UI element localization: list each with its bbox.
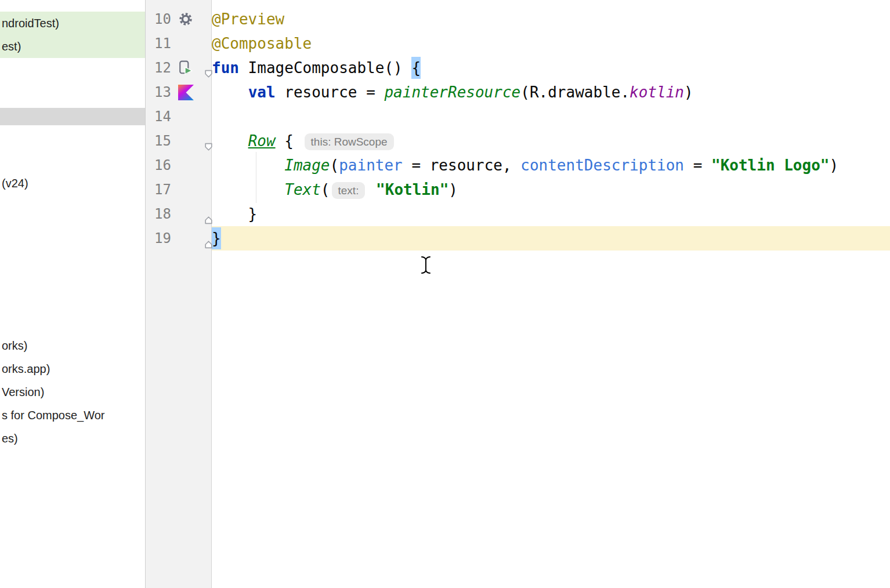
code-token: ( — [321, 181, 330, 198]
gutter-row: 15 — [146, 129, 211, 153]
gear-icon[interactable] — [176, 7, 196, 31]
fold-start-icon[interactable] — [203, 135, 215, 147]
inlay-hint: this: RowScope — [305, 133, 394, 150]
code-token: { — [411, 57, 421, 79]
code-token: val — [248, 84, 276, 101]
code-token: Text — [284, 181, 321, 198]
fold-end-icon[interactable] — [203, 233, 215, 244]
run-preview-icon[interactable] — [176, 56, 196, 80]
tree-item[interactable]: s for Compose_Wor — [0, 404, 145, 427]
tree-item[interactable]: Version) — [0, 380, 145, 404]
code-line-16[interactable]: Image(painter = resource, contentDescrip… — [212, 153, 890, 177]
line-number: 12 — [149, 56, 171, 80]
code-token — [212, 132, 248, 150]
gutter-row: 13 — [146, 80, 211, 104]
code-token: kotlin — [629, 84, 684, 101]
code-token: ) — [829, 157, 838, 174]
mouse-ibeam-cursor — [419, 255, 433, 275]
code-token: contentDescription — [520, 157, 684, 174]
code-token: = — [684, 157, 711, 174]
gutter-row: 11 — [146, 31, 211, 56]
fold-end-icon[interactable] — [203, 208, 215, 220]
line-number: 19 — [149, 226, 171, 251]
code-token: ) — [448, 181, 458, 198]
code-token — [212, 84, 248, 101]
code-token: } — [212, 205, 257, 223]
line-number: 13 — [149, 80, 171, 104]
line-number: 17 — [149, 177, 171, 202]
gutter-row: 16 — [146, 153, 211, 177]
code-token — [212, 157, 284, 174]
code-token: fun — [212, 59, 239, 77]
code-token: @Composable — [212, 35, 312, 52]
tree-item[interactable]: ndroidTest) — [0, 12, 145, 35]
tree-item[interactable]: (v24) — [0, 172, 145, 195]
code-line-13[interactable]: val resource = painterResource(R.drawabl… — [212, 80, 890, 104]
code-token: painter — [339, 157, 403, 174]
line-number: 11 — [149, 31, 171, 56]
kotlin-logo-icon[interactable] — [176, 80, 196, 104]
code-token — [212, 181, 284, 198]
code-token: Image — [284, 157, 330, 174]
code-token: { — [276, 132, 303, 150]
code-token: (R.drawable. — [520, 84, 629, 101]
code-token: "Kotlin" — [376, 181, 448, 198]
code-token — [367, 181, 376, 198]
tree-item[interactable]: orks) — [0, 334, 145, 357]
ide-window: ndroidTest)est)(v24)orks)orks.app)Versio… — [0, 0, 890, 588]
editor-gutter: 10111213141516171819 — [146, 0, 212, 588]
gutter-row: 17 — [146, 177, 211, 202]
code-token: Row — [248, 132, 276, 150]
code-line-10[interactable]: @Preview — [212, 7, 890, 31]
code-token: ImageComposable() — [239, 59, 411, 77]
code-line-19[interactable]: } — [212, 226, 890, 251]
code-line-17[interactable]: Text(text: "Kotlin") — [212, 177, 890, 202]
gutter-row: 18 — [146, 202, 211, 226]
tree-selected-row[interactable] — [0, 108, 145, 125]
code-line-14[interactable] — [212, 104, 890, 129]
code-token: ( — [330, 157, 339, 174]
code-line-12[interactable]: fun ImageComposable() { — [212, 56, 890, 80]
ibeam-icon — [419, 255, 433, 275]
code-token: @Preview — [212, 10, 284, 28]
code-token: painterResource — [384, 84, 520, 101]
gutter-row: 14 — [146, 104, 211, 129]
inlay-hint: text: — [332, 182, 366, 199]
gutter-row: 19 — [146, 226, 211, 251]
fold-start-icon[interactable] — [203, 62, 215, 74]
code-token: "Kotlin Logo" — [711, 157, 830, 174]
tree-item[interactable]: es) — [0, 427, 145, 450]
code-line-15[interactable]: Row { this: RowScope — [212, 129, 890, 153]
line-number: 18 — [149, 202, 171, 226]
code-token: ) — [684, 84, 693, 101]
project-tree-panel: ndroidTest)est)(v24)orks)orks.app)Versio… — [0, 0, 146, 588]
code-line-18[interactable]: } — [212, 202, 890, 226]
code-line-11[interactable]: @Composable — [212, 31, 890, 56]
gutter-row: 12 — [146, 56, 211, 80]
line-number: 10 — [149, 7, 171, 31]
code-token: = resource, — [403, 157, 521, 174]
code-token: resource = — [276, 84, 385, 101]
line-number: 14 — [149, 104, 171, 129]
gutter-row: 10 — [146, 7, 211, 31]
tree-item[interactable]: orks.app) — [0, 357, 145, 380]
tree-item[interactable]: est) — [0, 35, 145, 58]
line-number: 15 — [149, 129, 171, 153]
line-number: 16 — [149, 153, 171, 177]
editor[interactable]: @Preview@Composablefun ImageComposable()… — [212, 0, 890, 588]
